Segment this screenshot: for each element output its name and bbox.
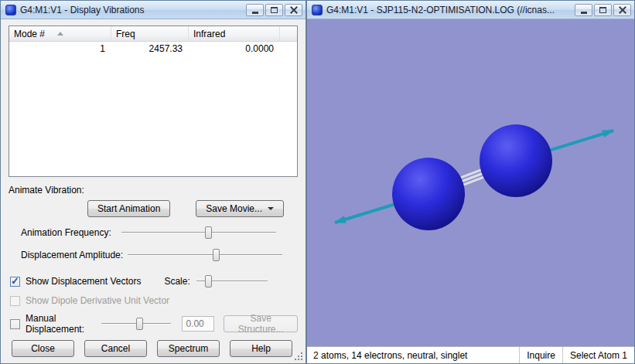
- save-movie-button[interactable]: Save Movie...: [196, 200, 284, 217]
- manual-displacement-input[interactable]: [182, 316, 214, 332]
- close-window-button[interactable]: [613, 4, 631, 16]
- manual-displacement-row: Manual Displacement: Save Structure...: [9, 313, 298, 335]
- close-icon: [619, 6, 626, 14]
- nitrogen-atom-2: [480, 124, 552, 197]
- status-select-atom: Select Atom 1: [562, 347, 634, 363]
- dropdown-arrow-icon: [268, 207, 274, 210]
- dialog-buttons-row: Close Cancel Spectrum Help: [9, 340, 298, 359]
- status-bar: 2 atoms, 14 electrons, neutral, singlet …: [307, 346, 634, 363]
- n2-molecule-rendering: [307, 19, 634, 346]
- displacement-amplitude-label: Displacement Amplitude:: [21, 250, 123, 260]
- show-displacement-vectors-checkbox[interactable]: [10, 277, 20, 287]
- column-header-spacer: [280, 26, 297, 41]
- cell-spacer: [280, 42, 297, 55]
- maximize-button[interactable]: [594, 4, 612, 16]
- molecule-info-text: 2 atoms, 14 electrons, neutral, singlet: [307, 347, 519, 363]
- minimize-icon: [252, 12, 258, 14]
- help-button[interactable]: Help: [230, 340, 292, 357]
- column-header-mode-label: Mode #: [14, 29, 45, 39]
- column-header-infrared[interactable]: Infrared: [189, 26, 280, 41]
- animation-frequency-slider[interactable]: [121, 226, 276, 240]
- spectrum-button[interactable]: Spectrum: [157, 340, 220, 357]
- save-movie-label: Save Movie...: [206, 203, 262, 214]
- sort-ascending-icon: [57, 32, 63, 36]
- animation-buttons-row: Start Animation Save Movie...: [9, 200, 298, 217]
- displacement-amplitude-row: Displacement Amplitude:: [9, 248, 298, 262]
- table-row[interactable]: 1 2457.33 0.0000: [9, 42, 297, 55]
- close-icon: [290, 6, 298, 14]
- app-icon: [312, 5, 323, 15]
- animation-frequency-label: Animation Frequency:: [21, 227, 117, 238]
- cancel-button[interactable]: Cancel: [84, 340, 147, 357]
- show-dipole-label: Show Dipole Derivative Unit Vector: [26, 295, 169, 306]
- column-header-mode[interactable]: Mode #: [9, 26, 111, 41]
- maximize-icon: [599, 7, 606, 13]
- close-dialog-button[interactable]: Close: [12, 340, 74, 357]
- cell-freq: 2457.33: [111, 42, 189, 55]
- vibration-modes-table: Mode # Freq Infrared 1 2457.33 0.0000: [9, 26, 298, 177]
- display-vibrations-titlebar[interactable]: G4:M1:V1 - Display Vibrations: [1, 1, 306, 19]
- save-structure-button: Save Structure...: [224, 315, 298, 332]
- show-dipole-row: Show Dipole Derivative Unit Vector: [9, 295, 298, 306]
- molecule-viewport[interactable]: [307, 19, 634, 346]
- display-vibrations-window: G4:M1:V1 - Display Vibrations Mode # Fre…: [0, 0, 306, 364]
- status-inquire: Inquire: [519, 347, 562, 363]
- minimize-button[interactable]: [246, 4, 264, 16]
- display-vibrations-content: Mode # Freq Infrared 1 2457.33 0.0000 An…: [1, 19, 306, 363]
- window-controls: [246, 4, 302, 16]
- slider-thumb[interactable]: [136, 318, 143, 330]
- show-displacement-vectors-row: Show Displacement Vectors Scale:: [9, 274, 298, 288]
- column-header-freq[interactable]: Freq: [111, 26, 189, 41]
- slider-thumb[interactable]: [205, 226, 212, 239]
- nitrogen-atom-1: [392, 158, 465, 230]
- minimize-button[interactable]: [575, 4, 592, 16]
- animation-frequency-row: Animation Frequency:: [9, 226, 298, 240]
- window-controls: [575, 4, 631, 16]
- manual-displacement-checkbox[interactable]: [10, 319, 20, 329]
- manual-displacement-label: Manual Displacement:: [26, 313, 97, 335]
- start-animation-button[interactable]: Start Animation: [87, 200, 170, 217]
- maximize-icon: [271, 7, 278, 13]
- app-icon: [5, 5, 16, 15]
- displacement-amplitude-slider[interactable]: [128, 248, 282, 262]
- animate-vibration-label: Animate Vibration:: [9, 185, 298, 196]
- maximize-button[interactable]: [265, 4, 283, 16]
- resize-grip[interactable]: [294, 352, 303, 361]
- molecule-view-window: G4:M1:V1 - SJP115-N2-OPTIMISATION.LOG (/…: [306, 0, 635, 364]
- table-header: Mode # Freq Infrared: [9, 26, 297, 42]
- desktop: G4:M1:V1 - Display Vibrations Mode # Fre…: [0, 0, 635, 364]
- scale-slider[interactable]: [196, 274, 268, 288]
- close-window-button[interactable]: [285, 4, 302, 16]
- manual-displacement-slider[interactable]: [101, 317, 171, 331]
- show-dipole-checkbox: [10, 296, 20, 306]
- cell-mode: 1: [9, 42, 111, 55]
- slider-thumb[interactable]: [213, 249, 220, 261]
- display-vibrations-title: G4:M1:V1 - Display Vibrations: [20, 5, 242, 15]
- molecule-view-title: G4:M1:V1 - SJP115-N2-OPTIMISATION.LOG (/…: [326, 5, 571, 15]
- slider-track: [128, 254, 282, 256]
- scale-label: Scale:: [164, 276, 189, 287]
- slider-track: [121, 232, 276, 233]
- molecule-view-titlebar[interactable]: G4:M1:V1 - SJP115-N2-OPTIMISATION.LOG (/…: [307, 1, 634, 19]
- slider-thumb[interactable]: [205, 275, 212, 287]
- show-displacement-vectors-label: Show Displacement Vectors: [26, 276, 141, 287]
- cell-infrared: 0.0000: [189, 42, 280, 55]
- minimize-icon: [581, 12, 587, 14]
